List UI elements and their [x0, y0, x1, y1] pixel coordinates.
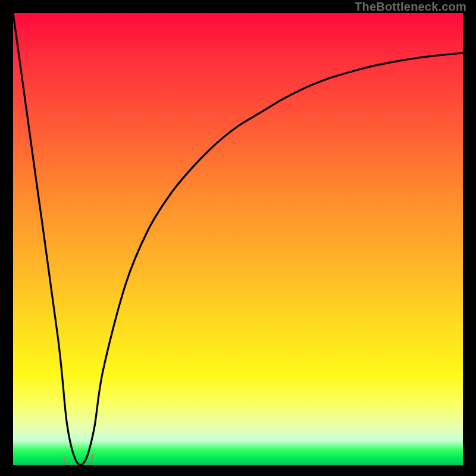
watermark-text: TheBottleneck.com: [355, 0, 466, 14]
plot-area: [13, 13, 463, 465]
chart-frame: TheBottleneck.com: [0, 0, 476, 476]
